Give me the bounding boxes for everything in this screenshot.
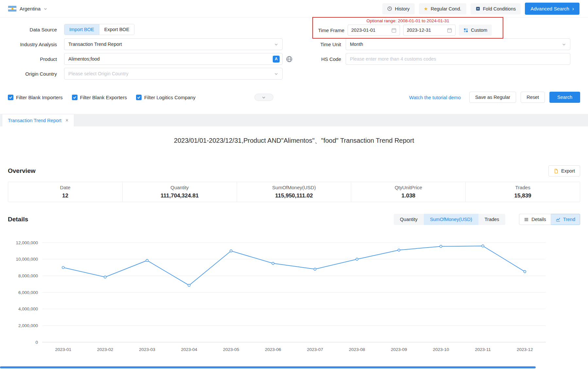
origin-country-select[interactable]: Please select Origin Country xyxy=(64,68,283,80)
search-form: Data Source Import BOE Export BOE Indust… xyxy=(0,18,588,114)
search-button[interactable]: Search xyxy=(549,92,580,103)
fold-conditions-label: Fold Conditions xyxy=(483,6,516,11)
metric-tab-quantity[interactable]: Quantity xyxy=(394,214,424,225)
stat-label: Quantity xyxy=(170,185,189,190)
industry-analysis-select[interactable]: Transaction Trend Report xyxy=(64,38,283,50)
metric-tab-sum-of-money[interactable]: SumOfMoney(USD) xyxy=(424,214,478,225)
data-source-row: Data Source Import BOE Export BOE xyxy=(8,24,312,35)
app-window: Argentina History ★ Regular Cond. Fold C… xyxy=(0,0,588,369)
translate-icon[interactable]: A xyxy=(273,56,280,63)
start-date-input[interactable]: 2023-01-01 xyxy=(348,25,400,36)
metric-tabs: Quantity SumOfMoney(USD) Trades xyxy=(394,214,506,225)
reset-button[interactable]: Reset xyxy=(521,92,545,103)
stat-sum-of-money: SumOfMoney(USD) 115,950,111.02 xyxy=(237,182,351,202)
tab-bar: Transaction Trend Report × xyxy=(0,114,588,126)
hs-code-label: HS Code xyxy=(312,56,341,62)
svg-text:2,000,000: 2,000,000 xyxy=(18,323,38,328)
end-date-input[interactable]: 2023-12-31 xyxy=(403,25,456,36)
expand-conditions-button[interactable] xyxy=(254,94,273,101)
optional-range-note: Optional range: 2008-01-01 to 2024-01-31 xyxy=(316,18,499,23)
hs-code-row: HS Code xyxy=(312,53,570,65)
table-icon xyxy=(524,217,529,222)
view-toggle: Details Trend xyxy=(519,214,580,225)
stat-label: SumOfMoney(USD) xyxy=(272,185,316,190)
metric-tab-trades[interactable]: Trades xyxy=(478,214,506,225)
svg-text:12,000,000: 12,000,000 xyxy=(16,240,38,245)
custom-range-button[interactable]: Custom xyxy=(459,25,492,36)
export-button[interactable]: Export xyxy=(548,165,580,176)
history-icon xyxy=(387,6,392,11)
time-unit-value: Month xyxy=(350,42,363,47)
regular-cond-button[interactable]: ★ Regular Cond. xyxy=(419,3,466,14)
chevron-right-icon: › xyxy=(572,6,574,11)
filter-blank-importers-checkbox[interactable]: Filter Blank Importers xyxy=(8,95,63,100)
details-heading: Details xyxy=(8,216,28,223)
stat-value: 15,839 xyxy=(514,193,531,199)
svg-text:4,000,000: 4,000,000 xyxy=(18,306,38,311)
svg-text:2023-05: 2023-05 xyxy=(223,347,239,352)
svg-text:2023-02: 2023-02 xyxy=(97,347,113,352)
product-label: Product xyxy=(8,56,57,62)
close-icon[interactable]: × xyxy=(65,118,68,123)
filter-logistics-company-label: Filter Logitics Company xyxy=(144,95,196,100)
trend-chart-container: 02,000,0004,000,0006,000,0008,000,00010,… xyxy=(8,238,588,357)
svg-text:2023-03: 2023-03 xyxy=(139,347,155,352)
checkbox-checked-icon xyxy=(8,95,13,100)
chevron-down-icon xyxy=(562,42,566,46)
horizontal-scrollbar[interactable] xyxy=(0,366,536,368)
industry-analysis-label: Industry Analysis xyxy=(8,42,57,47)
details-controls: Quantity SumOfMoney(USD) Trades Details xyxy=(394,214,580,225)
save-as-regular-button[interactable]: Save as Regular xyxy=(469,92,516,103)
filter-blank-exporters-label: Filter Blank Exporters xyxy=(80,95,127,100)
start-date-value: 2023-01-01 xyxy=(351,28,375,33)
view-details-button[interactable]: Details xyxy=(519,214,551,225)
top-actions: History ★ Regular Cond. Fold Conditions … xyxy=(382,3,579,15)
tab-transaction-trend-report[interactable]: Transaction Trend Report × xyxy=(2,114,74,126)
fold-conditions-button[interactable]: Fold Conditions xyxy=(471,3,521,14)
tab-label: Transaction Trend Report xyxy=(8,118,61,123)
svg-text:2023-04: 2023-04 xyxy=(181,347,197,352)
country-selector[interactable]: Argentina xyxy=(8,6,47,12)
language-globe-icon[interactable] xyxy=(286,56,293,63)
stat-label: QtyUnitPrice xyxy=(395,185,422,190)
advanced-search-button[interactable]: Advanced Search › xyxy=(525,3,579,15)
svg-text:0: 0 xyxy=(35,340,38,345)
custom-range-icon xyxy=(463,28,468,33)
form-left-column: Data Source Import BOE Export BOE Indust… xyxy=(8,24,312,83)
fold-conditions-icon xyxy=(476,6,480,11)
star-icon: ★ xyxy=(424,6,428,11)
view-details-label: Details xyxy=(531,217,546,222)
details-header: Details Quantity SumOfMoney(USD) Trades … xyxy=(8,214,580,225)
filter-blank-exporters-checkbox[interactable]: Filter Blank Exporters xyxy=(72,95,127,100)
report-title: 2023/01/01-2023/12/31,Product AND"Alimen… xyxy=(8,136,580,145)
filter-logistics-company-checkbox[interactable]: Filter Logitics Company xyxy=(136,95,196,100)
calendar-icon xyxy=(391,28,396,33)
overview-heading: Overview xyxy=(8,167,36,175)
export-boe-tab[interactable]: Export BOE xyxy=(99,24,134,35)
filter-row: Filter Blank Importers Filter Blank Expo… xyxy=(8,92,580,103)
stat-value: 1.038 xyxy=(402,193,416,199)
time-unit-row: Time Unit Month xyxy=(312,38,570,50)
chevron-down-icon xyxy=(43,7,47,11)
product-input-wrap: A xyxy=(64,53,283,65)
product-input[interactable] xyxy=(68,56,273,62)
svg-text:2023-07: 2023-07 xyxy=(307,347,323,352)
advanced-search-label: Advanced Search xyxy=(530,6,569,11)
time-frame-highlight-box: Optional range: 2008-01-01 to 2024-01-31… xyxy=(312,17,503,39)
svg-text:2023-06: 2023-06 xyxy=(265,347,281,352)
svg-text:2023-08: 2023-08 xyxy=(349,347,365,352)
hs-code-input[interactable] xyxy=(346,53,570,65)
filter-blank-importers-label: Filter Blank Importers xyxy=(16,95,63,100)
top-bar: Argentina History ★ Regular Cond. Fold C… xyxy=(0,0,588,18)
overview-stats-card: Date 12 Quantity 111,704,324.81 SumOfMon… xyxy=(8,182,580,202)
time-unit-select[interactable]: Month xyxy=(346,38,570,50)
data-source-toggle: Import BOE Export BOE xyxy=(64,24,134,35)
import-boe-tab[interactable]: Import BOE xyxy=(64,24,99,35)
tutorial-demo-link[interactable]: Watch the tutorial demo xyxy=(409,95,461,100)
stat-value: 12 xyxy=(62,193,68,199)
svg-text:2023-01: 2023-01 xyxy=(55,347,71,352)
industry-analysis-value: Transaction Trend Report xyxy=(68,42,122,47)
argentina-flag-icon xyxy=(8,6,17,12)
view-trend-button[interactable]: Trend xyxy=(551,214,580,225)
history-button[interactable]: History xyxy=(382,3,414,14)
